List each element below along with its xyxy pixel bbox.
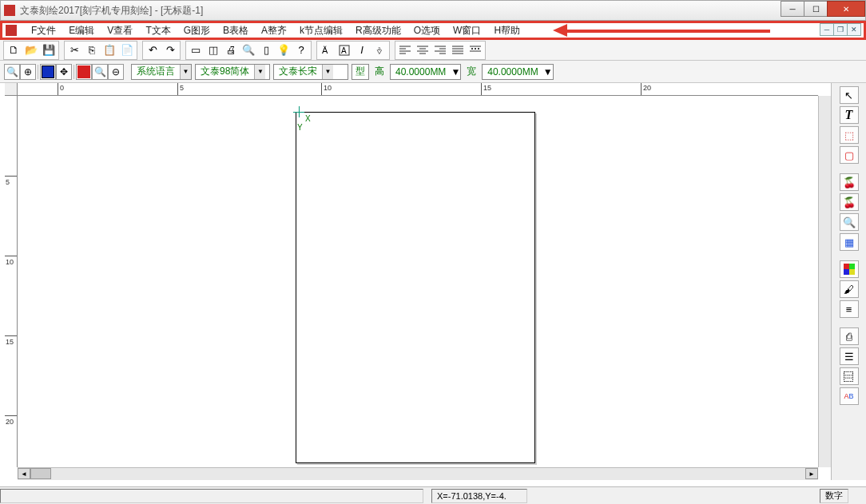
- svg-point-3: [471, 48, 473, 50]
- tool-a-button[interactable]: ▭: [187, 42, 205, 58]
- menu-help[interactable]: H帮助: [487, 22, 526, 39]
- ruler-vertical[interactable]: 5 10 15 20: [5, 96, 18, 467]
- shape-tool[interactable]: ⬚: [840, 126, 859, 144]
- zoom-out-button[interactable]: ⊖: [108, 64, 124, 80]
- rect-tool[interactable]: ▢: [840, 146, 859, 164]
- italic-button[interactable]: I: [353, 42, 371, 58]
- misc1-tool[interactable]: ⎙: [840, 327, 859, 345]
- minimize-button[interactable]: ─: [781, 1, 804, 17]
- find-tool[interactable]: 🔍: [840, 213, 859, 231]
- menu-window[interactable]: W窗口: [447, 22, 487, 39]
- status-coordinates: X=-71.0138,Y=-4.: [431, 489, 527, 503]
- paste2-button[interactable]: 📄: [118, 42, 136, 58]
- cut-button[interactable]: ✂: [66, 42, 83, 58]
- move-button[interactable]: ✥: [56, 64, 72, 80]
- window-controls: ─ ☐ ✕: [781, 1, 865, 17]
- tool-c-button[interactable]: ▯: [257, 42, 275, 58]
- color-blue-button[interactable]: [40, 64, 56, 80]
- mdi-close[interactable]: ✕: [847, 23, 861, 36]
- status-message: [0, 489, 423, 503]
- svg-text:Ă: Ă: [322, 46, 328, 55]
- redo-button[interactable]: ↷: [161, 42, 179, 58]
- text-fx2-button[interactable]: A: [336, 42, 353, 58]
- menu-advanced[interactable]: R高级功能: [349, 22, 407, 39]
- zoom-actual-button[interactable]: 🔍: [92, 64, 108, 80]
- align-left-button[interactable]: [396, 42, 414, 58]
- scrollbar-horizontal[interactable]: ◄ ►: [18, 467, 818, 480]
- close-button[interactable]: ✕: [827, 1, 865, 17]
- new-button[interactable]: 🗋: [5, 42, 22, 58]
- right-toolbox: ↖ T ⬚ ▢ 🍒 🍒 🔍 ▦ 🖌 ≡ ⎙ ☰ ⿳ AB: [831, 83, 866, 480]
- tool-b-button[interactable]: ◫: [205, 42, 222, 58]
- ruler-corner: [5, 83, 18, 96]
- height-value: 40.0000MM: [391, 66, 451, 77]
- text-fx3-button[interactable]: ⎀: [371, 42, 388, 58]
- menu-text[interactable]: T文本: [139, 22, 177, 39]
- svg-rect-6: [844, 264, 849, 269]
- menu-graphics[interactable]: G图形: [177, 22, 216, 39]
- dropdown-icon[interactable]: ▼: [451, 66, 460, 77]
- width-input[interactable]: 40.0000MM ▼: [482, 64, 553, 80]
- misc2-tool[interactable]: ☰: [840, 347, 859, 365]
- lightbulb-button[interactable]: 💡: [275, 42, 292, 58]
- print-button[interactable]: 🖨: [222, 42, 240, 58]
- height-input[interactable]: 40.0000MM ▼: [390, 64, 461, 80]
- menu-node[interactable]: k节点编辑: [293, 22, 349, 39]
- font-style-combo[interactable]: 文泰长宋 ▼: [273, 64, 348, 80]
- dropdown-icon[interactable]: ▼: [322, 65, 333, 79]
- maximize-button[interactable]: ☐: [804, 1, 828, 17]
- dropdown-icon[interactable]: ▼: [254, 65, 265, 79]
- align-right-button[interactable]: [431, 42, 449, 58]
- text-tool[interactable]: T: [840, 106, 859, 124]
- undo-button[interactable]: ↶: [144, 42, 161, 58]
- align-center-button[interactable]: [414, 42, 431, 58]
- width-value: 40.0000MM: [483, 66, 542, 77]
- lines-tool[interactable]: ≡: [840, 300, 859, 318]
- scrollbar-vertical[interactable]: [818, 96, 831, 467]
- zoom-fit-button[interactable]: 🔍: [4, 64, 20, 80]
- origin-y-label: Y: [297, 123, 303, 132]
- scroll-thumb[interactable]: [30, 468, 51, 479]
- app-icon: [4, 5, 15, 16]
- align-dist-button[interactable]: [467, 42, 484, 58]
- menu-table[interactable]: B表格: [216, 22, 255, 39]
- menu-view[interactable]: V查看: [101, 22, 139, 39]
- mdi-minimize[interactable]: ─: [820, 23, 834, 36]
- cherry-tool[interactable]: 🍒: [840, 173, 859, 191]
- zoom-in-button[interactable]: ⊕: [20, 64, 36, 80]
- preview-button[interactable]: 🔍: [240, 42, 257, 58]
- font-family-combo[interactable]: 文泰98简体 ▼: [195, 64, 270, 80]
- color-red-button[interactable]: [76, 64, 92, 80]
- menubar-container: F文件 E编辑 V查看 T文本 G图形 B表格 A整齐 k节点编辑 R高级功能 …: [0, 21, 866, 40]
- color-grid-tool[interactable]: [840, 260, 859, 278]
- dropdown-icon[interactable]: ▼: [180, 65, 191, 79]
- language-combo[interactable]: 系统语言 ▼: [131, 64, 192, 80]
- statusbar: X=-71.0138,Y=-4. 数字: [0, 486, 866, 504]
- text-fx1-button[interactable]: Ă: [318, 42, 336, 58]
- ruler-horizontal[interactable]: 0 5 10 15 20: [18, 83, 818, 96]
- scroll-right-button[interactable]: ►: [805, 468, 818, 479]
- scroll-left-button[interactable]: ◄: [18, 468, 30, 479]
- brush-tool[interactable]: 🖌: [840, 280, 859, 298]
- main-toolbar: 🗋 📂 💾 ✂ ⎘ 📋 📄 ↶ ↷ ▭ ◫ 🖨 🔍 ▯ 💡 ? Ă A I ⎀: [0, 40, 866, 61]
- open-button[interactable]: 📂: [22, 42, 40, 58]
- menu-file[interactable]: F文件: [25, 22, 62, 39]
- save-button[interactable]: 💾: [40, 42, 58, 58]
- font-toolbar: 🔍 ⊕ ✥ 🔍 ⊖ 系统语言 ▼ 文泰98简体 ▼ 文泰长宋 ▼ 型 高 40.…: [0, 61, 866, 83]
- copy-button[interactable]: ⎘: [83, 42, 101, 58]
- ab-tool[interactable]: AB: [840, 387, 859, 405]
- help-button[interactable]: ?: [292, 42, 310, 58]
- paste-button[interactable]: 📋: [101, 42, 118, 58]
- dropdown-icon[interactable]: ▼: [543, 66, 553, 77]
- menu-align[interactable]: A整齐: [255, 22, 293, 39]
- type-button[interactable]: 型: [352, 64, 369, 80]
- grid-tool[interactable]: ▦: [840, 233, 859, 251]
- pointer-tool[interactable]: ↖: [840, 86, 859, 104]
- menu-options[interactable]: O选项: [407, 22, 447, 39]
- align-justify-button[interactable]: [449, 42, 467, 58]
- cherry2-tool[interactable]: 🍒: [840, 193, 859, 211]
- mdi-restore[interactable]: ❐: [833, 23, 848, 36]
- misc3-tool[interactable]: ⿳: [840, 367, 859, 385]
- canvas[interactable]: X Y: [18, 96, 818, 467]
- menu-edit[interactable]: E编辑: [62, 22, 101, 39]
